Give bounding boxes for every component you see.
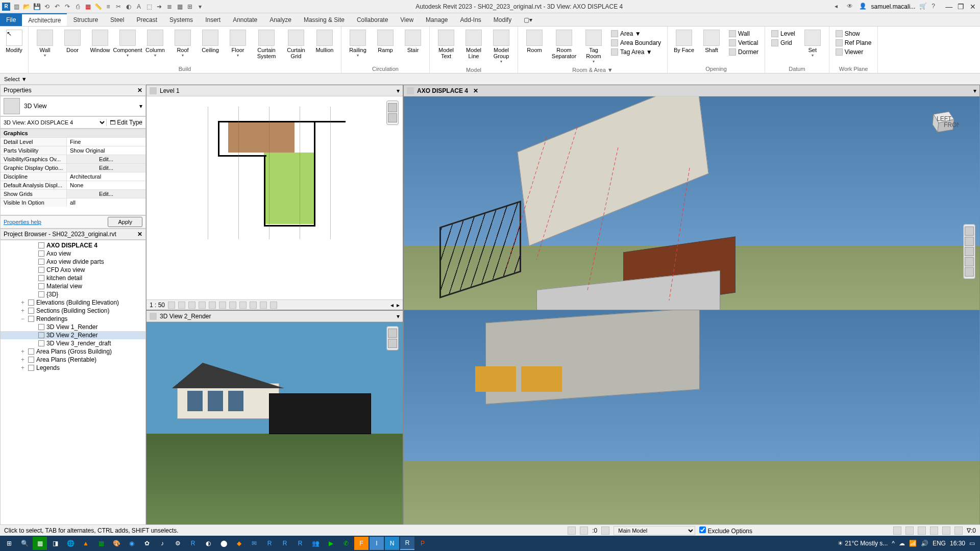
tb-app9[interactable]: ◆ xyxy=(232,537,246,550)
sb-3-icon[interactable] xyxy=(918,527,926,535)
browser-node[interactable]: AXO DISPLACE 4 xyxy=(1,241,145,249)
tab-insert[interactable]: Insert xyxy=(199,13,227,26)
plan-canvas[interactable] xyxy=(146,96,403,299)
vc-visual-icon[interactable] xyxy=(178,302,185,309)
vc-reveal-icon[interactable] xyxy=(250,302,257,309)
tb-app6[interactable]: ⚙ xyxy=(170,537,185,550)
opening-wall-button[interactable]: Wall xyxy=(728,30,760,38)
browser-node[interactable]: {3D} xyxy=(1,290,145,298)
tab-analyze[interactable]: Analyze xyxy=(263,13,298,26)
property-value[interactable]: Show Original xyxy=(67,146,145,155)
user-icon[interactable]: 👤 xyxy=(859,3,867,11)
tb-teams[interactable]: 👥 xyxy=(308,537,323,550)
qat-print-icon[interactable]: ⎙ xyxy=(74,3,82,11)
browser-node[interactable]: +Area Plans (Gross Building) xyxy=(1,347,145,356)
tb-app1[interactable]: ▦ xyxy=(33,537,47,550)
tray-lang[interactable]: ENG xyxy=(933,540,946,547)
property-row[interactable]: Default Analysis Displ...None xyxy=(1,181,145,189)
qat-arrow-icon[interactable]: ➜ xyxy=(155,3,163,11)
tab-massing[interactable]: Massing & Site xyxy=(298,13,351,26)
edit-type-button[interactable]: 🗔 Edit Type xyxy=(106,119,145,126)
qat-align-icon[interactable]: ≡ xyxy=(104,3,112,11)
tb-app4[interactable]: ✿ xyxy=(140,537,154,550)
sb-2-icon[interactable] xyxy=(905,527,914,535)
tb-app13[interactable]: N xyxy=(385,537,399,550)
tb-app8[interactable]: ⬤ xyxy=(216,537,231,550)
status-model-icon[interactable] xyxy=(601,527,609,535)
nav-orbit-icon[interactable] xyxy=(965,267,974,277)
browser-node[interactable]: Axo view divide parts xyxy=(1,258,145,266)
nav-zoom-icon[interactable] xyxy=(965,257,974,266)
by-face-button[interactable]: By Face xyxy=(671,28,697,55)
curtain-system-button[interactable]: Curtain System xyxy=(252,28,281,61)
property-row[interactable]: Detail LevelFine xyxy=(1,137,145,146)
viewport-plan-tab[interactable]: Level 1 ▾ xyxy=(146,85,403,96)
tb-app7[interactable]: ◐ xyxy=(201,537,215,550)
tab-annotate[interactable]: Annotate xyxy=(227,13,263,26)
tray-time[interactable]: 16:30 xyxy=(950,540,965,547)
keyword-icon[interactable]: 👁 xyxy=(847,3,855,11)
tb-app3[interactable]: 🎨 xyxy=(109,537,124,550)
browser-node[interactable]: 3D View 3_render_draft xyxy=(1,339,145,347)
status-filter[interactable]: ∇:0 xyxy=(967,527,976,534)
nav-wheel2-icon[interactable] xyxy=(965,237,974,246)
expand-icon[interactable]: − xyxy=(21,315,26,322)
tb-revit3[interactable]: R xyxy=(278,537,292,550)
qat-thin-icon[interactable]: ≣ xyxy=(165,3,174,11)
opening-dormer-button[interactable]: Dormer xyxy=(728,48,760,56)
ramp-button[interactable]: Ramp xyxy=(372,28,399,55)
apply-button[interactable]: Apply xyxy=(108,217,142,227)
expand-icon[interactable]: + xyxy=(21,299,26,306)
tb-revit4[interactable]: R xyxy=(293,537,307,550)
expand-icon[interactable]: + xyxy=(21,348,26,355)
shaft-button[interactable]: Shaft xyxy=(698,28,725,55)
qat-sync-icon[interactable]: ⟲ xyxy=(43,3,51,11)
ceiling-button[interactable]: Ceiling xyxy=(197,28,224,55)
tab-addins[interactable]: Add-Ins xyxy=(454,13,487,26)
nav-wheel3-icon[interactable] xyxy=(388,329,397,338)
wall-button[interactable]: Wall▾ xyxy=(32,28,58,60)
tab-collaborate[interactable]: Collaborate xyxy=(351,13,394,26)
vc-detail-icon[interactable] xyxy=(168,302,175,309)
type-dropdown-icon[interactable]: ▾ xyxy=(139,103,142,110)
restore-button[interactable]: ❐ xyxy=(956,3,966,11)
tab-view[interactable]: View xyxy=(394,13,420,26)
exclude-options-checkbox[interactable]: Exclude Options xyxy=(699,527,752,535)
tab-precast[interactable]: Precast xyxy=(130,13,163,26)
expand-icon[interactable]: + xyxy=(21,307,26,314)
tray-volume-icon[interactable]: 🔊 xyxy=(921,540,928,547)
status-editable-icon[interactable] xyxy=(580,527,588,535)
tb-powerpoint[interactable]: P xyxy=(415,537,430,550)
app-icon[interactable]: R xyxy=(2,3,10,11)
property-row[interactable]: Visible In Optionall xyxy=(1,198,145,207)
nav-pan2-icon[interactable] xyxy=(965,247,974,256)
tray-cloud-icon[interactable]: ☁ xyxy=(899,540,905,547)
expand-icon[interactable]: + xyxy=(21,356,26,363)
sb-1-icon[interactable] xyxy=(893,527,901,535)
nav-pan-icon[interactable] xyxy=(388,113,397,122)
plan-tab-dropdown-icon[interactable]: ▾ xyxy=(397,87,400,94)
browser-node[interactable]: 3D View 2_Render xyxy=(1,331,145,339)
properties-help-link[interactable]: Properties help xyxy=(4,219,41,225)
tab-extra-icon[interactable]: ▢▾ xyxy=(518,13,538,26)
model-line-button[interactable]: Model Line xyxy=(460,28,487,61)
stair-button[interactable]: Stair xyxy=(400,28,426,55)
sb-4-icon[interactable] xyxy=(930,527,938,535)
qat-section-icon[interactable]: ✂ xyxy=(114,3,122,11)
browser-node[interactable]: −Renderings xyxy=(1,315,145,323)
close-button[interactable]: ✕ xyxy=(968,3,978,11)
tb-revit2[interactable]: R xyxy=(262,537,277,550)
cart-icon[interactable]: 🛒 xyxy=(919,3,927,11)
property-value[interactable]: None xyxy=(67,181,145,189)
browser-node[interactable]: Material view xyxy=(1,282,145,290)
qat-pdf-icon[interactable]: ▦ xyxy=(84,3,92,11)
tray-notifications-icon[interactable]: ▭ xyxy=(969,540,975,547)
tb-app11[interactable]: F xyxy=(354,537,369,550)
ref-plane-button[interactable]: Ref Plane xyxy=(835,39,873,47)
vc-extra2-icon[interactable] xyxy=(270,302,277,309)
tb-revit1[interactable]: R xyxy=(186,537,200,550)
instance-dropdown[interactable]: 3D View: AXO DISPLACE 4 xyxy=(1,118,106,127)
qat-text-icon[interactable]: A xyxy=(135,3,143,11)
property-row[interactable]: Visibility/Graphics Ov...Edit... xyxy=(1,155,145,163)
tab-modify[interactable]: Modify xyxy=(487,13,518,26)
